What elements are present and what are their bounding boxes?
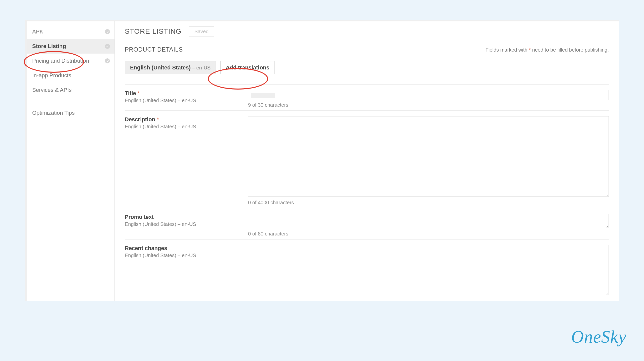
field-label: Title * xyxy=(125,90,248,97)
onesky-logo: OneSky xyxy=(571,327,626,347)
add-translations-label: Add translations xyxy=(226,64,269,71)
asterisk-icon: * xyxy=(138,90,140,96)
field-input-col: 0 of 80 characters xyxy=(248,214,609,237)
field-label-col: Recent changes English (United States) –… xyxy=(125,245,248,296)
field-input-col xyxy=(248,245,609,296)
app-frame-outer: APK Store Listing Pricing and Distributi… xyxy=(25,20,619,301)
sidebar: APK Store Listing Pricing and Distributi… xyxy=(27,21,115,301)
char-counter: 0 of 80 characters xyxy=(248,231,609,237)
description-input[interactable] xyxy=(248,116,609,197)
sidebar-list: APK Store Listing Pricing and Distributi… xyxy=(27,21,114,119)
asterisk-icon: * xyxy=(157,116,159,123)
char-counter: 9 of 30 characters xyxy=(248,102,609,108)
main-content: STORE LISTING Saved PRODUCT DETAILS Fiel… xyxy=(115,21,619,301)
field-sublabel: English (United States) – en-US xyxy=(125,98,248,103)
current-language-chip[interactable]: English (United States) – en-US xyxy=(125,61,216,74)
sidebar-item-label: Pricing and Distribution xyxy=(32,58,89,64)
add-translations-button[interactable]: Add translations xyxy=(220,61,275,74)
field-row-title: Title * English (United States) – en-US … xyxy=(125,84,609,110)
promo-input[interactable] xyxy=(248,214,609,228)
saved-status: Saved xyxy=(189,26,215,37)
field-label-col: Description * English (United States) – … xyxy=(125,116,248,206)
sidebar-item-pricing[interactable]: Pricing and Distribution xyxy=(27,54,114,68)
required-note-suffix: need to be filled before publishing. xyxy=(531,47,609,53)
recent-changes-input[interactable] xyxy=(248,245,609,295)
sidebar-item-optimization-tips[interactable]: Optimization Tips xyxy=(27,107,114,119)
field-label-text: Title xyxy=(125,90,136,96)
sidebar-item-label: Optimization Tips xyxy=(32,110,75,116)
field-sublabel: English (United States) – en-US xyxy=(125,253,248,258)
language-row: English (United States) – en-US Add tran… xyxy=(125,61,609,74)
fieldset: Title * English (United States) – en-US … xyxy=(125,84,609,299)
page-title: STORE LISTING xyxy=(125,27,182,35)
field-label-text: Description xyxy=(125,116,155,123)
field-row-description: Description * English (United States) – … xyxy=(125,110,609,208)
sidebar-item-label: Services & APIs xyxy=(32,87,72,93)
field-label: Description * xyxy=(125,116,248,123)
field-label-text: Recent changes xyxy=(125,245,167,251)
field-label: Promo text xyxy=(125,214,248,220)
field-label: Recent changes xyxy=(125,245,248,252)
field-label-text: Promo text xyxy=(125,214,154,220)
redacted-content xyxy=(251,93,275,98)
check-circle-icon xyxy=(105,29,110,34)
title-input[interactable] xyxy=(248,90,609,100)
current-language-code: – en-US xyxy=(192,65,211,71)
field-sublabel: English (United States) – en-US xyxy=(125,221,248,227)
sidebar-item-inapp[interactable]: In-app Products xyxy=(27,68,114,83)
field-row-promo: Promo text English (United States) – en-… xyxy=(125,208,609,239)
field-sublabel: English (United States) – en-US xyxy=(125,124,248,130)
section-title: PRODUCT DETAILS xyxy=(125,46,183,53)
page-header: STORE LISTING Saved xyxy=(125,24,609,39)
sidebar-item-apk[interactable]: APK xyxy=(27,24,114,39)
check-circle-icon xyxy=(105,58,110,63)
sidebar-separator xyxy=(27,102,114,102)
field-label-col: Title * English (United States) – en-US xyxy=(125,90,248,108)
required-note: Fields marked with * need to be filled b… xyxy=(486,47,609,53)
section-header: PRODUCT DETAILS Fields marked with * nee… xyxy=(125,46,609,53)
sidebar-item-label: APK xyxy=(32,28,43,35)
sidebar-item-services[interactable]: Services & APIs xyxy=(27,83,114,97)
check-circle-icon xyxy=(105,44,110,49)
field-input-col: 9 of 30 characters xyxy=(248,90,609,108)
sidebar-item-store-listing[interactable]: Store Listing xyxy=(27,39,114,54)
asterisk-icon: * xyxy=(529,47,531,53)
field-label-col: Promo text English (United States) – en-… xyxy=(125,214,248,237)
field-row-recent: Recent changes English (United States) –… xyxy=(125,239,609,299)
sidebar-item-label: In-app Products xyxy=(32,72,71,79)
current-language-name: English (United States) xyxy=(130,64,191,71)
sidebar-item-label: Store Listing xyxy=(32,43,66,50)
app-frame: APK Store Listing Pricing and Distributi… xyxy=(27,21,619,301)
char-counter: 0 of 4000 characters xyxy=(248,200,609,206)
field-input-col: 0 of 4000 characters xyxy=(248,116,609,206)
required-note-prefix: Fields marked with xyxy=(486,47,529,53)
